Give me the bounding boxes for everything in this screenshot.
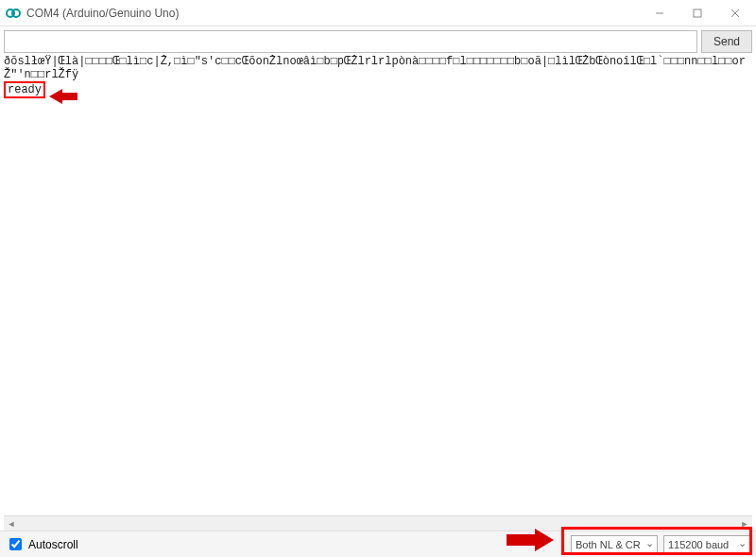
window-controls	[641, 0, 754, 26]
horizontal-scrollbar[interactable]: ◄ ►	[4, 515, 752, 531]
autoscroll-toggle[interactable]: Autoscroll	[6, 535, 78, 553]
baud-rate-value: 115200 baud	[668, 539, 729, 550]
autoscroll-label: Autoscroll	[28, 538, 78, 551]
svg-marker-6	[49, 89, 77, 104]
autoscroll-checkbox[interactable]	[9, 538, 22, 550]
annotation-arrow-dropdowns	[507, 529, 554, 551]
annotation-arrow-ready	[49, 88, 77, 105]
close-button[interactable]	[716, 0, 754, 26]
scroll-left-icon[interactable]: ◄	[4, 516, 19, 531]
send-button[interactable]: Send	[701, 30, 752, 53]
serial-input-row: Send	[0, 26, 756, 58]
line-ending-value: Both NL & CR	[576, 539, 641, 550]
baud-rate-select[interactable]: 115200 baud	[663, 535, 750, 554]
output-ready-text: ready	[8, 83, 42, 96]
output-ready-highlight: ready	[4, 81, 45, 98]
minimize-button[interactable]	[641, 0, 679, 26]
output-garbage-line: ðõslłœŸ|Œlà|□□□□Œ□lì□c|Ž,□ì□"s'c□□cŒõonŽ…	[4, 55, 746, 81]
titlebar: COM4 (Arduino/Genuino Uno)	[0, 0, 756, 26]
svg-marker-7	[507, 529, 554, 551]
arduino-icon	[6, 6, 21, 21]
svg-rect-3	[694, 9, 701, 17]
maximize-button[interactable]	[679, 0, 716, 26]
window-title: COM4 (Arduino/Genuino Uno)	[26, 7, 641, 20]
line-ending-select[interactable]: Both NL & CR	[571, 535, 658, 554]
serial-input[interactable]	[4, 30, 697, 53]
serial-output[interactable]: ðõslłœŸ|Œlà|□□□□Œ□lì□c|Ž,□ì□"s'c□□cŒõonŽ…	[4, 55, 752, 515]
footer-bar: Autoscroll Both NL & CR 115200 baud	[0, 531, 756, 557]
scroll-right-icon[interactable]: ►	[737, 516, 752, 531]
